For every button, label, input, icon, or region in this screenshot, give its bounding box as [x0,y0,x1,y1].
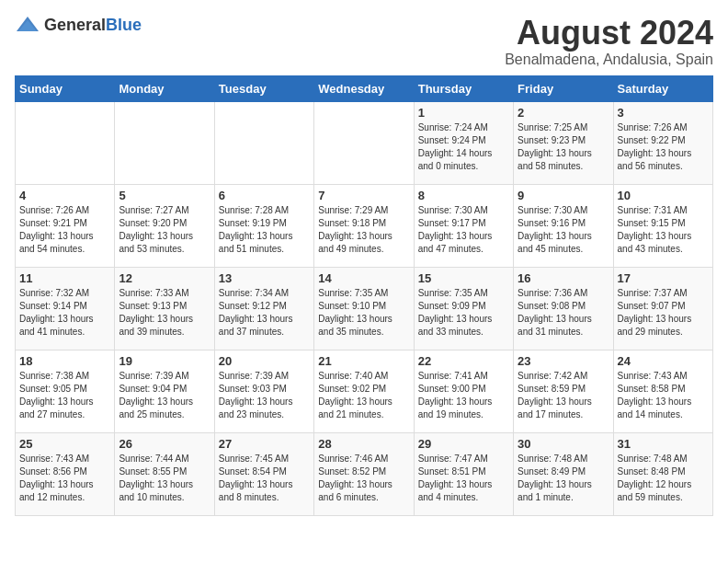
day-info: Sunrise: 7:31 AM Sunset: 9:15 PM Dayligh… [618,204,709,256]
day-number: 20 [219,354,310,368]
header-day-tuesday: Tuesday [214,75,313,101]
calendar-cell [314,101,414,184]
day-number: 12 [119,271,210,285]
logo-text: GeneralBlue [44,16,142,35]
day-number: 8 [418,189,509,202]
header-day-sunday: Sunday [16,75,115,101]
day-info: Sunrise: 7:30 AM Sunset: 9:16 PM Dayligh… [518,204,609,256]
calendar-cell: 30Sunrise: 7:48 AM Sunset: 8:49 PM Dayli… [514,432,613,515]
day-number: 26 [119,437,210,451]
day-info: Sunrise: 7:39 AM Sunset: 9:04 PM Dayligh… [119,370,210,421]
day-number: 30 [518,437,609,451]
day-number: 21 [318,354,409,368]
day-info: Sunrise: 7:28 AM Sunset: 9:19 PM Dayligh… [219,204,310,256]
calendar-cell: 4Sunrise: 7:26 AM Sunset: 9:21 PM Daylig… [16,184,115,267]
day-info: Sunrise: 7:32 AM Sunset: 9:14 PM Dayligh… [19,287,110,339]
day-info: Sunrise: 7:35 AM Sunset: 9:10 PM Dayligh… [318,287,409,339]
calendar-cell [16,101,115,184]
title-block: August 2024 Benalmadena, Andalusia, Spai… [505,15,713,68]
calendar-cell: 13Sunrise: 7:34 AM Sunset: 9:12 PM Dayli… [214,267,313,350]
calendar-cell: 17Sunrise: 7:37 AM Sunset: 9:07 PM Dayli… [613,267,712,350]
day-number: 9 [518,189,609,202]
day-info: Sunrise: 7:37 AM Sunset: 9:07 PM Dayligh… [618,287,709,339]
calendar-cell: 11Sunrise: 7:32 AM Sunset: 9:14 PM Dayli… [16,267,115,350]
location-subtitle: Benalmadena, Andalusia, Spain [505,52,713,68]
calendar-cell: 14Sunrise: 7:35 AM Sunset: 9:10 PM Dayli… [314,267,414,350]
day-info: Sunrise: 7:41 AM Sunset: 9:00 PM Dayligh… [418,370,509,421]
day-info: Sunrise: 7:35 AM Sunset: 9:09 PM Dayligh… [418,287,509,339]
logo: GeneralBlue [15,15,142,35]
calendar-cell: 25Sunrise: 7:43 AM Sunset: 8:56 PM Dayli… [16,432,115,515]
calendar-cell: 21Sunrise: 7:40 AM Sunset: 9:02 PM Dayli… [314,350,414,432]
day-info: Sunrise: 7:43 AM Sunset: 8:58 PM Dayligh… [618,370,709,421]
day-info: Sunrise: 7:44 AM Sunset: 8:55 PM Dayligh… [119,453,210,504]
calendar-cell: 12Sunrise: 7:33 AM Sunset: 9:13 PM Dayli… [115,267,214,350]
calendar-cell: 3Sunrise: 7:26 AM Sunset: 9:22 PM Daylig… [613,101,712,184]
calendar-cell: 20Sunrise: 7:39 AM Sunset: 9:03 PM Dayli… [214,350,313,432]
calendar-cell: 26Sunrise: 7:44 AM Sunset: 8:55 PM Dayli… [115,432,214,515]
calendar-cell [214,101,313,184]
day-info: Sunrise: 7:26 AM Sunset: 9:21 PM Dayligh… [19,204,110,256]
day-info: Sunrise: 7:26 AM Sunset: 9:22 PM Dayligh… [618,121,709,173]
calendar-body: 1Sunrise: 7:24 AM Sunset: 9:24 PM Daylig… [16,101,713,515]
day-info: Sunrise: 7:30 AM Sunset: 9:17 PM Dayligh… [418,204,509,256]
day-number: 10 [618,189,709,202]
day-number: 7 [318,189,409,202]
day-info: Sunrise: 7:43 AM Sunset: 8:56 PM Dayligh… [19,453,110,504]
header-row: SundayMondayTuesdayWednesdayThursdayFrid… [16,75,713,101]
day-number: 24 [618,354,709,368]
day-number: 11 [19,271,110,285]
day-info: Sunrise: 7:33 AM Sunset: 9:13 PM Dayligh… [119,287,210,339]
calendar-cell: 8Sunrise: 7:30 AM Sunset: 9:17 PM Daylig… [414,184,513,267]
calendar-cell: 15Sunrise: 7:35 AM Sunset: 9:09 PM Dayli… [414,267,513,350]
calendar-header: SundayMondayTuesdayWednesdayThursdayFrid… [16,75,713,101]
day-number: 18 [19,354,110,368]
day-number: 6 [219,189,310,202]
calendar-week-3: 11Sunrise: 7:32 AM Sunset: 9:14 PM Dayli… [16,267,713,350]
day-info: Sunrise: 7:29 AM Sunset: 9:18 PM Dayligh… [318,204,409,256]
day-number: 31 [618,437,709,451]
day-number: 29 [418,437,509,451]
logo-general: General [44,16,106,34]
calendar-cell: 27Sunrise: 7:45 AM Sunset: 8:54 PM Dayli… [214,432,313,515]
calendar-cell: 24Sunrise: 7:43 AM Sunset: 8:58 PM Dayli… [613,350,712,432]
day-info: Sunrise: 7:25 AM Sunset: 9:23 PM Dayligh… [518,121,609,173]
day-info: Sunrise: 7:36 AM Sunset: 9:08 PM Dayligh… [518,287,609,339]
calendar-week-5: 25Sunrise: 7:43 AM Sunset: 8:56 PM Dayli… [16,432,713,515]
day-info: Sunrise: 7:42 AM Sunset: 8:59 PM Dayligh… [518,370,609,421]
day-info: Sunrise: 7:24 AM Sunset: 9:24 PM Dayligh… [418,121,509,173]
day-number: 23 [518,354,609,368]
day-number: 4 [19,189,110,202]
day-number: 17 [618,271,709,285]
calendar-cell: 18Sunrise: 7:38 AM Sunset: 9:05 PM Dayli… [16,350,115,432]
calendar-cell [115,101,214,184]
day-info: Sunrise: 7:45 AM Sunset: 8:54 PM Dayligh… [219,453,310,504]
day-number: 27 [219,437,310,451]
calendar-week-4: 18Sunrise: 7:38 AM Sunset: 9:05 PM Dayli… [16,350,713,432]
day-info: Sunrise: 7:40 AM Sunset: 9:02 PM Dayligh… [318,370,409,421]
calendar-cell: 16Sunrise: 7:36 AM Sunset: 9:08 PM Dayli… [514,267,613,350]
calendar-week-2: 4Sunrise: 7:26 AM Sunset: 9:21 PM Daylig… [16,184,713,267]
logo-icon [15,15,40,35]
day-number: 5 [119,189,210,202]
day-number: 2 [518,106,609,120]
day-number: 15 [418,271,509,285]
day-info: Sunrise: 7:48 AM Sunset: 8:49 PM Dayligh… [518,453,609,504]
calendar-cell: 22Sunrise: 7:41 AM Sunset: 9:00 PM Dayli… [414,350,513,432]
logo-blue: Blue [106,16,142,34]
day-info: Sunrise: 7:39 AM Sunset: 9:03 PM Dayligh… [219,370,310,421]
calendar-cell: 19Sunrise: 7:39 AM Sunset: 9:04 PM Dayli… [115,350,214,432]
header-day-saturday: Saturday [613,75,712,101]
day-info: Sunrise: 7:47 AM Sunset: 8:51 PM Dayligh… [418,453,509,504]
day-number: 16 [518,271,609,285]
day-number: 19 [119,354,210,368]
day-number: 1 [418,106,509,120]
calendar-week-1: 1Sunrise: 7:24 AM Sunset: 9:24 PM Daylig… [16,101,713,184]
month-year-title: August 2024 [505,15,713,52]
day-number: 13 [219,271,310,285]
calendar-cell: 10Sunrise: 7:31 AM Sunset: 9:15 PM Dayli… [613,184,712,267]
calendar-cell: 31Sunrise: 7:48 AM Sunset: 8:48 PM Dayli… [613,432,712,515]
day-info: Sunrise: 7:38 AM Sunset: 9:05 PM Dayligh… [19,370,110,421]
calendar-cell: 5Sunrise: 7:27 AM Sunset: 9:20 PM Daylig… [115,184,214,267]
header-day-friday: Friday [514,75,613,101]
